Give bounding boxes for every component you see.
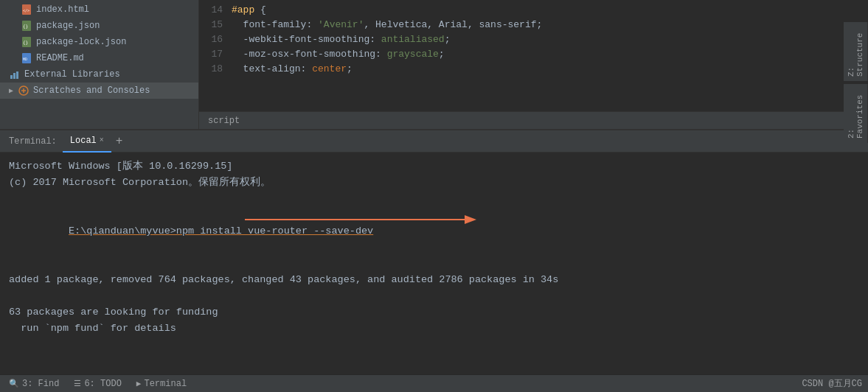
status-right: CSDN @五月CG xyxy=(802,377,862,390)
breadcrumb-script: script xyxy=(208,116,240,126)
terminal-line-4: added 1 package, removed 764 packages, c… xyxy=(9,272,859,288)
code-content: 14 15 16 17 18 #app { font-family: 'Aven… xyxy=(199,0,868,111)
close-tab-icon[interactable]: × xyxy=(100,136,104,144)
library-icon xyxy=(9,69,21,80)
editor-breadcrumb: script xyxy=(199,111,868,129)
svg-text:{}: {} xyxy=(23,40,28,45)
terminal-line-6: run `npm fund` for details xyxy=(9,321,859,337)
sidebar-item-package-lock-json[interactable]: {} package-lock.json xyxy=(0,34,198,50)
sidebar-item-index-html[interactable]: </> index.html xyxy=(0,1,198,18)
add-tab-button[interactable]: + xyxy=(111,135,128,148)
structure-label: Z: Structure xyxy=(847,27,864,77)
svg-rect-10 xyxy=(16,71,18,79)
scratch-icon xyxy=(18,85,29,97)
expand-icon: ▶ xyxy=(9,86,13,95)
sidebar-item-external-libraries[interactable]: External Libraries xyxy=(0,66,198,83)
command-container: E:\qianduan\myvue>npm install vue-router… xyxy=(9,207,859,256)
terminal-blank-1 xyxy=(9,191,859,207)
terminal-line-5: 63 packages are looking for funding xyxy=(9,304,859,321)
svg-rect-9 xyxy=(13,73,15,79)
structure-panel[interactable]: Z: Structure xyxy=(844,22,868,81)
terminal-line-1: Microsoft Windows [版本 10.0.16299.15] xyxy=(9,158,859,175)
sidebar-label-package-json: package.json xyxy=(36,21,100,31)
sidebar-item-package-json[interactable]: {} package.json xyxy=(0,18,198,34)
favorites-label: 2: Favorites xyxy=(847,88,864,139)
status-left: 🔍 3: Find ☰ 6: TODO ▶ Terminal xyxy=(6,377,190,391)
terminal-blank-2 xyxy=(9,256,859,272)
status-find[interactable]: 🔍 3: Find xyxy=(6,377,62,391)
md-file-icon: MD xyxy=(21,52,32,64)
svg-rect-8 xyxy=(10,75,13,79)
side-panels: Z: Structure 2: Favorites xyxy=(844,22,868,143)
sidebar-label-scratches-and-consoles: Scratches and Consoles xyxy=(33,85,150,96)
orange-arrow-annotation xyxy=(237,209,496,234)
file-tree: </> index.html {} package.json {} packag… xyxy=(0,0,199,129)
list-icon: ☰ xyxy=(74,379,81,388)
sidebar-label-package-lock-json: package-lock.json xyxy=(36,37,126,47)
sidebar-item-scratches-and-consoles[interactable]: ▶ Scratches and Consoles xyxy=(0,83,198,99)
status-bar: 🔍 3: Find ☰ 6: TODO ▶ Terminal CSDN @五月C… xyxy=(0,374,868,392)
terminal-label: Terminal: xyxy=(6,136,63,147)
terminal-tab-local[interactable]: Local × xyxy=(63,130,111,153)
sidebar-label-index-html: index.html xyxy=(36,4,89,15)
svg-text:{}: {} xyxy=(23,24,28,29)
code-editor[interactable]: 14 15 16 17 18 #app { font-family: 'Aven… xyxy=(199,0,868,129)
status-terminal-label: Terminal xyxy=(144,379,187,389)
status-todo-label: 6: TODO xyxy=(84,379,121,389)
status-todo[interactable]: ☰ 6: TODO xyxy=(71,377,124,391)
terminal-area: Terminal: Local × + Microsoft Windows [版… xyxy=(0,129,868,374)
terminal-content[interactable]: Microsoft Windows [版本 10.0.16299.15] (c)… xyxy=(0,153,868,374)
search-icon: 🔍 xyxy=(9,379,19,388)
sidebar-label-external-libraries: External Libraries xyxy=(24,69,120,80)
terminal-tab-local-label: Local xyxy=(70,136,97,146)
favorites-panel[interactable]: 2: Favorites xyxy=(844,84,868,143)
svg-text:MD: MD xyxy=(23,57,27,61)
code-line-14: #app { xyxy=(229,3,868,18)
code-line-17: -moz-osx-font-smoothing: grayscale; xyxy=(229,47,868,62)
terminal-blank-3 xyxy=(9,288,859,304)
terminal-tabs: Terminal: Local × + xyxy=(0,130,868,153)
line-numbers: 14 15 16 17 18 xyxy=(199,0,229,111)
status-find-label: 3: Find xyxy=(22,379,59,389)
html-file-icon: </> xyxy=(21,4,32,15)
status-terminal[interactable]: ▶ Terminal xyxy=(133,377,190,391)
csdn-watermark: CSDN @五月CG xyxy=(802,379,862,389)
code-line-16: -webkit-font-smoothing: antialiased; xyxy=(229,32,868,47)
code-lines: #app { font-family: 'Avenir', Helvetica,… xyxy=(229,0,868,111)
json-lock-file-icon: {} xyxy=(21,36,32,48)
json-file-icon: {} xyxy=(21,20,32,32)
terminal-icon: ▶ xyxy=(136,379,142,388)
code-line-15: font-family: 'Avenir', Helvetica, Arial,… xyxy=(229,18,868,32)
code-line-18: text-align: center; xyxy=(229,62,868,77)
editor-area: </> index.html {} package.json {} packag… xyxy=(0,0,868,129)
sidebar-item-readme-md[interactable]: MD README.md xyxy=(0,50,198,66)
sidebar-label-readme-md: README.md xyxy=(36,53,84,63)
svg-text:</>: </> xyxy=(23,8,29,13)
terminal-line-2: (c) 2017 Microsoft Corporation。保留所有权利。 xyxy=(9,175,859,191)
